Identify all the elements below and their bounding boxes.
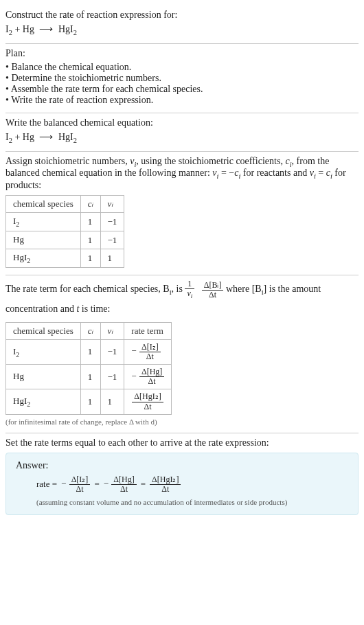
cell-nui: 1 — [100, 249, 124, 268]
plan-list: Balance the chemical equation. Determine… — [5, 62, 359, 106]
fraction-1-over-nui: 1 νi — [185, 280, 194, 300]
col-species: chemical species — [6, 322, 81, 339]
rate-fraction: Δ[HgI₂] Δt — [132, 392, 163, 411]
col-nui: νᵢ — [100, 322, 124, 339]
equals-sign: = — [94, 479, 99, 490]
stoich-table: chemical species cᵢ νᵢ I2 1 −1 Hg 1 −1 H… — [5, 195, 124, 268]
species-I2: I2 — [5, 132, 12, 142]
rate-label: rate = — [36, 479, 57, 490]
rate-expression: rate = − Δ[I₂] Δt = − Δ[Hg] Δt = Δ[HgI₂] — [36, 475, 348, 494]
col-ci: cᵢ — [80, 196, 100, 213]
cell-nui: −1 — [100, 339, 124, 364]
prompt-section: Construct the rate of reaction expressio… — [5, 5, 359, 43]
term-3: Δ[HgI₂] Δt — [150, 475, 181, 494]
answer-box: Answer: rate = − Δ[I₂] Δt = − Δ[Hg] Δt = — [5, 453, 359, 515]
unbalanced-equation: I2 + Hg ⟶ HgI2 — [5, 23, 359, 36]
cell-nui: 1 — [100, 389, 124, 414]
species-I2: I2 — [5, 24, 12, 34]
assumption-note: (assuming constant volume and no accumul… — [36, 498, 348, 506]
plan-title: Plan: — [5, 48, 359, 59]
col-nui: νᵢ — [100, 196, 124, 213]
cell-rate-term: Δ[HgI₂] Δt — [124, 389, 172, 414]
cell-ci: 1 — [80, 339, 100, 364]
table-row: I2 1 −1 − Δ[I₂] Δt — [6, 339, 172, 364]
cell-nui: −1 — [100, 213, 124, 231]
cell-ci: 1 — [80, 249, 100, 268]
answer-title: Answer: — [16, 460, 348, 471]
cell-species: I2 — [6, 339, 81, 364]
table-header-row: chemical species cᵢ νᵢ — [6, 196, 124, 213]
plan-item: Determine the stoichiometric numbers. — [5, 73, 359, 84]
species-HgI2: HgI2 — [58, 132, 77, 142]
balanced-section: Write the balanced chemical equation: I2… — [5, 113, 359, 151]
plus-sign: + — [14, 132, 22, 142]
reaction-arrow-icon: ⟶ — [39, 132, 53, 142]
table-row: I2 1 −1 — [6, 213, 124, 231]
col-rate-term: rate term — [124, 322, 172, 339]
balanced-title: Write the balanced chemical equation: — [5, 117, 359, 128]
cell-species: I2 — [6, 213, 81, 231]
rate-fraction: Δ[Hg] Δt — [139, 367, 164, 386]
cell-nui: −1 — [100, 365, 124, 389]
cell-ci: 1 — [80, 231, 100, 249]
rate-fraction: Δ[HgI₂] Δt — [150, 475, 181, 494]
reaction-arrow-icon: ⟶ — [39, 24, 53, 34]
cell-nui: −1 — [100, 231, 124, 249]
cell-species: Hg — [6, 365, 81, 389]
plus-sign: + — [14, 24, 22, 34]
prompt-text: Construct the rate of reaction expressio… — [5, 10, 359, 21]
equals-sign: = — [141, 479, 146, 490]
cell-species: Hg — [6, 231, 81, 249]
species-Hg: Hg — [23, 132, 34, 142]
cell-species: HgI2 — [6, 389, 81, 414]
cell-ci: 1 — [80, 213, 100, 231]
rate-term-text: The rate term for each chemical species,… — [5, 280, 359, 318]
table-row: HgI2 1 1 Δ[HgI₂] Δt — [6, 389, 172, 414]
table-row: Hg 1 −1 — [6, 231, 124, 249]
stoich-section: Assign stoichiometric numbers, νi, using… — [5, 152, 359, 275]
rate-fraction: Δ[I₂] Δt — [69, 475, 91, 494]
stoich-text: Assign stoichiometric numbers, νi, using… — [5, 156, 359, 192]
balanced-equation: I2 + Hg ⟶ HgI2 — [5, 131, 359, 144]
rate-fraction: Δ[I₂] Δt — [139, 343, 161, 361]
rate-term-section: The rate term for each chemical species,… — [5, 275, 359, 433]
plan-item: Balance the chemical equation. — [5, 62, 359, 73]
rate-fraction: Δ[Hg] Δt — [111, 475, 136, 494]
table-header-row: chemical species cᵢ νᵢ rate term — [6, 322, 172, 339]
cell-ci: 1 — [80, 365, 100, 389]
table-row: HgI2 1 1 — [6, 249, 124, 268]
col-ci: cᵢ — [80, 322, 100, 339]
species-HgI2: HgI2 — [58, 24, 77, 34]
cell-species: HgI2 — [6, 249, 81, 268]
rate-term-table: chemical species cᵢ νᵢ rate term I2 1 −1… — [5, 322, 172, 415]
table-row: Hg 1 −1 − Δ[Hg] Δt — [6, 365, 172, 389]
set-equal-text: Set the rate terms equal to each other t… — [5, 438, 359, 448]
col-species: chemical species — [6, 196, 81, 213]
fraction-dBi-dt: Δ[Bᵢ] Δt — [202, 281, 224, 299]
plan-section: Plan: Balance the chemical equation. Det… — [5, 44, 359, 113]
term-2: − Δ[Hg] Δt — [104, 475, 137, 494]
term-1: − Δ[I₂] Δt — [61, 475, 90, 494]
infinitesimal-note: (for infinitesimal rate of change, repla… — [5, 418, 359, 426]
cell-ci: 1 — [80, 389, 100, 414]
set-equal-section: Set the rate terms equal to each other t… — [5, 433, 359, 522]
cell-rate-term: − Δ[Hg] Δt — [124, 365, 172, 389]
plan-item: Assemble the rate term for each chemical… — [5, 84, 359, 95]
plan-item: Write the rate of reaction expression. — [5, 95, 359, 106]
cell-rate-term: − Δ[I₂] Δt — [124, 339, 172, 364]
species-Hg: Hg — [23, 24, 34, 34]
